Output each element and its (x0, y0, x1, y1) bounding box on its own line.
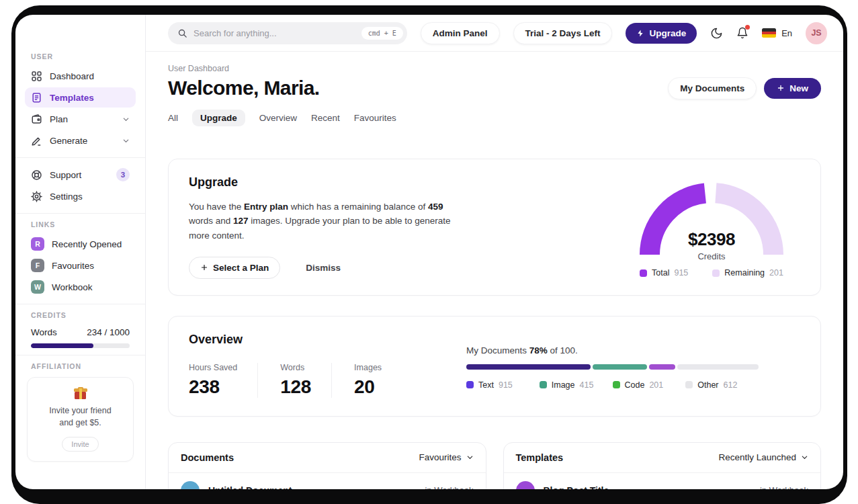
chevron-down-icon (801, 454, 808, 461)
select-plan-label: Select a Plan (213, 263, 269, 273)
overview-left: Overview Hours Saved 238 Words 128 (189, 333, 466, 398)
legend-value: 201 (769, 268, 783, 278)
sidebar-item-settings[interactable]: Settings (25, 186, 136, 206)
sidebar-item-label: Settings (50, 192, 83, 202)
legend-swatch (685, 381, 693, 388)
stat-images: Images 20 (331, 363, 402, 398)
documents-filter-dropdown[interactable]: Favourites (419, 452, 473, 462)
stat-value: 20 (354, 376, 382, 398)
sidebar-item-label: Templates (50, 93, 94, 103)
credits-row: Words 234 / 1000 (31, 327, 130, 337)
document-row[interactable]: Untitled Document in Workbook (169, 473, 486, 489)
credits-caption: Credits (634, 251, 789, 261)
images-balance: 127 (233, 216, 249, 226)
sidebar-link-label: Favourites (52, 261, 94, 271)
credits-amount: $2398 (634, 229, 789, 250)
upgrade-button[interactable]: Upgrade (626, 23, 697, 44)
wallet-icon (31, 114, 42, 125)
sidebar-item-support[interactable]: Support 3 (25, 165, 136, 185)
filter-tabs: All Upgrade Overview Recent Favourites (168, 110, 821, 126)
affiliation-line-2: and get $5. (33, 417, 128, 429)
legend-value: 201 (649, 380, 663, 390)
select-plan-button[interactable]: Select a Plan (189, 257, 280, 279)
sidebar-section-user: USER (31, 52, 130, 60)
trial-status-button[interactable]: Trial - 2 Days Left (513, 22, 613, 44)
user-avatar[interactable]: JS (806, 22, 827, 44)
progress-suffix: of 100. (548, 345, 578, 355)
sidebar-item-plan[interactable]: Plan (25, 109, 136, 129)
stat-hours-saved: Hours Saved 238 (189, 363, 257, 398)
lifebuoy-icon (31, 169, 42, 181)
admin-panel-button[interactable]: Admin Panel (421, 22, 500, 44)
search-bar[interactable]: cmd + E (168, 22, 407, 44)
language-switcher[interactable]: En (762, 28, 792, 38)
legend-other: Other 612 (685, 380, 759, 390)
legend-swatch (540, 381, 547, 388)
templates-card: Templates Recently Launched (503, 442, 822, 489)
template-row[interactable]: Blog Post Title in Workbook (504, 473, 821, 489)
sidebar-link-favourites[interactable]: F Favourites (25, 255, 136, 276)
language-label: En (781, 28, 792, 38)
templates-filter-dropdown[interactable]: Recently Launched (718, 452, 808, 462)
my-documents-button[interactable]: My Documents (668, 77, 757, 99)
dark-mode-toggle[interactable] (710, 27, 723, 40)
sidebar-item-templates[interactable]: Templates (25, 87, 136, 108)
new-button[interactable]: New (764, 78, 821, 99)
legend-label: Total (652, 268, 669, 278)
affiliation-line-1: Invite your friend (33, 405, 128, 417)
segment-code (649, 364, 675, 370)
legend-swatch (712, 269, 720, 277)
tab-favourites[interactable]: Favourites (354, 110, 396, 126)
tab-overview[interactable]: Overview (259, 110, 297, 126)
sidebar-item-label: Support (50, 170, 81, 180)
tab-recent[interactable]: Recent (311, 110, 340, 126)
dismiss-button[interactable]: Dismiss (306, 263, 341, 273)
sidebar-divider (15, 355, 145, 355)
sidebar-item-generate[interactable]: Generate (25, 130, 136, 151)
title-row: Welcome, Maria. My Documents New (168, 77, 821, 99)
app-surface: USER Dashboard (15, 15, 843, 489)
affiliation-card: Invite your friend and get $5. Invite (27, 377, 134, 462)
tab-all[interactable]: All (168, 110, 178, 126)
invite-button[interactable]: Invite (62, 437, 98, 452)
grid-icon (31, 71, 42, 82)
gauge-legend: Total 915 Remaining 201 (627, 268, 796, 278)
segment-text (466, 364, 591, 370)
credits-progress-fill (31, 343, 93, 348)
credits-gauge: $2398 Credits Total 915 (627, 175, 796, 279)
template-avatar (516, 481, 535, 489)
credits-value: 234 / 1000 (87, 327, 130, 337)
app-window-frame: USER Dashboard (11, 5, 847, 504)
link-initial-badge: F (31, 259, 44, 272)
legend-swatch (640, 269, 647, 277)
sidebar-link-recently-opened[interactable]: R Recently Opened (25, 234, 136, 254)
document-location: in Workbook (425, 485, 473, 489)
segment-image (593, 364, 647, 370)
words-balance: 459 (428, 202, 443, 212)
document-avatar (181, 481, 200, 489)
progress-percent: 78% (529, 345, 548, 355)
sidebar-item-dashboard[interactable]: Dashboard (25, 66, 136, 86)
sidebar-link-label: Workbook (52, 282, 93, 292)
upgrade-card-text: You have the Entry plan which has a rema… (189, 200, 456, 243)
search-input[interactable] (194, 28, 355, 38)
legend-value: 415 (580, 380, 594, 390)
sidebar-item-label: Plan (50, 114, 68, 124)
sidebar-link-workbook[interactable]: W Workbook (25, 277, 136, 297)
text-part: which has a remaining balance of (288, 202, 428, 212)
legend-remaining: Remaining 201 (712, 268, 783, 278)
plus-icon (200, 263, 208, 271)
notifications-button[interactable] (736, 27, 748, 39)
pencil-icon (31, 135, 42, 146)
credits-label: Words (31, 327, 57, 337)
topbar: cmd + E Admin Panel Trial - 2 Days Left … (146, 15, 843, 52)
documents-progress-label: My Documents 78% of 100. (466, 345, 759, 355)
documents-filter-label: Favourites (419, 452, 461, 462)
sidebar-section-affiliation: AFFILIATION (31, 362, 130, 370)
search-icon (177, 28, 187, 38)
gift-icon (74, 387, 87, 400)
plan-name: Entry plan (244, 202, 288, 212)
upgrade-card-left: Upgrade You have the Entry plan which ha… (189, 175, 456, 279)
tab-upgrade[interactable]: Upgrade (192, 110, 245, 126)
document-title: Untitled Document (208, 485, 292, 489)
